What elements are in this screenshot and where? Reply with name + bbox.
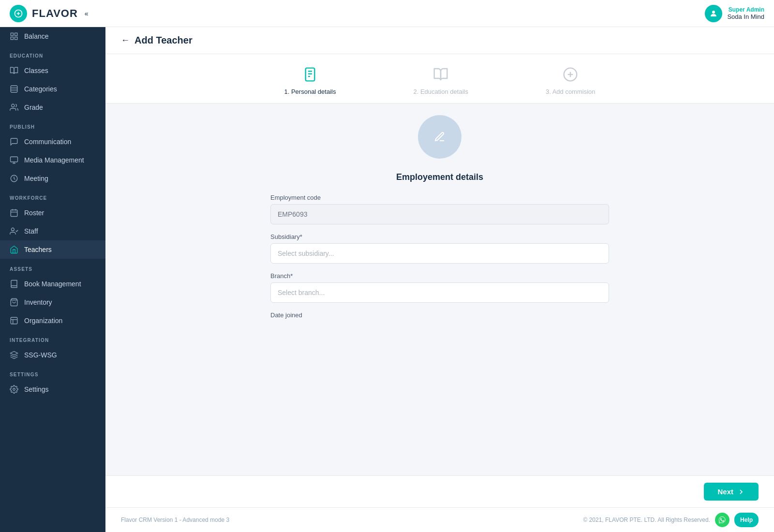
shopping-bag-icon (10, 298, 18, 307)
step-education-icon (430, 64, 451, 85)
employment-code-input[interactable] (270, 204, 609, 224)
help-button-label: Help (740, 517, 753, 523)
next-button-label: Next (717, 488, 733, 496)
home-icon (10, 245, 18, 254)
sidebar-item-book-management[interactable]: Book Management (0, 275, 105, 293)
sidebar-item-balance[interactable]: Balance (0, 27, 105, 45)
form-container: Employement details Employment code Subs… (270, 172, 609, 327)
svg-rect-5 (15, 37, 17, 40)
sidebar-label-inventory: Inventory (24, 298, 52, 306)
svg-marker-23 (11, 352, 18, 355)
sidebar-label-meeting: Meeting (24, 175, 48, 182)
sidebar: Balance EDUCATION Classes Categories Gra… (0, 27, 105, 532)
step-personal-icon (299, 64, 321, 85)
svg-rect-14 (11, 210, 17, 217)
branch-group: Branch* (270, 272, 609, 303)
page-title: Add Teacher (134, 35, 193, 46)
sidebar-label-settings: Settings (24, 385, 49, 393)
employment-code-group: Employment code (270, 194, 609, 224)
step-commission: 3. Add commision (546, 64, 595, 95)
footer-copyright: © 2021, FLAVOR PTE. LTD. All Rights Rese… (583, 517, 710, 523)
header: FLAVOR « Super Admin Soda In Mind (0, 0, 774, 27)
sidebar-item-media-management[interactable]: Media Management (0, 151, 105, 169)
svg-point-1 (712, 11, 715, 14)
whatsapp-button[interactable] (715, 513, 729, 527)
section-label-integration: INTEGRATION (0, 330, 105, 346)
step-personal-label: 1. Personal details (284, 88, 336, 95)
sidebar-label-teachers: Teachers (24, 246, 52, 253)
sidebar-label-grade: Grade (24, 103, 43, 111)
sidebar-label-balance: Balance (24, 32, 49, 40)
date-joined-label: Date joined (270, 311, 609, 319)
sidebar-label-staff: Staff (24, 227, 38, 235)
subsidiary-label: Subsidiary* (270, 233, 609, 240)
user-company: Soda In Mind (727, 13, 764, 20)
layout-icon (10, 316, 18, 325)
logo-icon (10, 5, 27, 22)
svg-rect-6 (11, 86, 17, 92)
step-education-label: 2. Education details (413, 88, 468, 95)
sidebar-item-teachers[interactable]: Teachers (0, 240, 105, 259)
sidebar-label-communication: Communication (24, 138, 71, 146)
svg-point-18 (11, 228, 14, 231)
sidebar-item-communication[interactable]: Communication (0, 133, 105, 151)
step-commission-icon (560, 64, 581, 85)
sidebar-label-ssg-wsg: SSG-WSG (24, 351, 57, 359)
sidebar-item-organization[interactable]: Organization (0, 311, 105, 330)
collapse-icon[interactable]: « (85, 10, 89, 17)
sidebar-item-grade[interactable]: Grade (0, 98, 105, 117)
employment-code-label: Employment code (270, 194, 609, 201)
message-square-icon (10, 137, 18, 146)
svg-point-9 (12, 104, 15, 107)
avatar-upload-button[interactable] (418, 115, 461, 159)
sidebar-item-inventory[interactable]: Inventory (0, 293, 105, 311)
section-label-assets: ASSETS (0, 259, 105, 275)
branch-input[interactable] (270, 282, 609, 303)
grid-icon (10, 32, 18, 41)
section-label-settings: SETTINGS (0, 364, 105, 380)
next-button[interactable]: Next (704, 483, 759, 501)
calendar-icon (10, 208, 18, 217)
book-icon (10, 280, 18, 288)
footer-version: Flavor CRM Version 1 - Advanced mode 3 (121, 517, 229, 523)
form-section-title: Employement details (270, 172, 609, 182)
sidebar-label-categories: Categories (24, 85, 57, 93)
sidebar-item-ssg-wsg[interactable]: SSG-WSG (0, 346, 105, 364)
logo: FLAVOR « (10, 5, 89, 22)
svg-rect-3 (15, 33, 17, 35)
step-personal: 1. Personal details (284, 64, 336, 95)
subsidiary-input[interactable] (270, 243, 609, 264)
svg-rect-4 (11, 37, 13, 40)
footer-right: © 2021, FLAVOR PTE. LTD. All Rights Rese… (583, 513, 759, 527)
sidebar-item-categories[interactable]: Categories (0, 80, 105, 98)
footer: Flavor CRM Version 1 - Advanced mode 3 ©… (105, 507, 774, 532)
sidebar-item-classes[interactable]: Classes (0, 61, 105, 80)
bottom-bar: Next (105, 475, 774, 507)
settings-icon (10, 385, 18, 394)
sidebar-label-roster: Roster (24, 209, 44, 217)
user-role: Super Admin (727, 6, 764, 13)
section-label-education: EDUCATION (0, 45, 105, 61)
tag-icon (10, 85, 18, 93)
back-button[interactable]: ← (121, 35, 130, 45)
section-label-publish: PUBLISH (0, 117, 105, 133)
sidebar-label-media: Media Management (24, 156, 84, 164)
step-education: 2. Education details (413, 64, 468, 95)
layers-icon (10, 351, 18, 359)
sidebar-item-staff[interactable]: Staff (0, 222, 105, 240)
steps-bar: 1. Personal details 2. Education details (105, 54, 774, 103)
sidebar-label-classes: Classes (24, 67, 48, 74)
page-header: ← Add Teacher (105, 27, 774, 54)
svg-rect-20 (11, 317, 17, 324)
sidebar-item-meeting[interactable]: Meeting (0, 169, 105, 188)
user-avatar (705, 5, 722, 22)
monitor-icon (10, 156, 18, 164)
sidebar-label-book-management: Book Management (24, 280, 81, 288)
sidebar-label-organization: Organization (24, 317, 62, 325)
sidebar-item-roster[interactable]: Roster (0, 204, 105, 222)
users-icon (10, 103, 18, 112)
svg-rect-2 (11, 33, 13, 35)
sidebar-item-settings[interactable]: Settings (0, 380, 105, 399)
clock-icon (10, 174, 18, 183)
help-button[interactable]: Help (734, 513, 759, 527)
